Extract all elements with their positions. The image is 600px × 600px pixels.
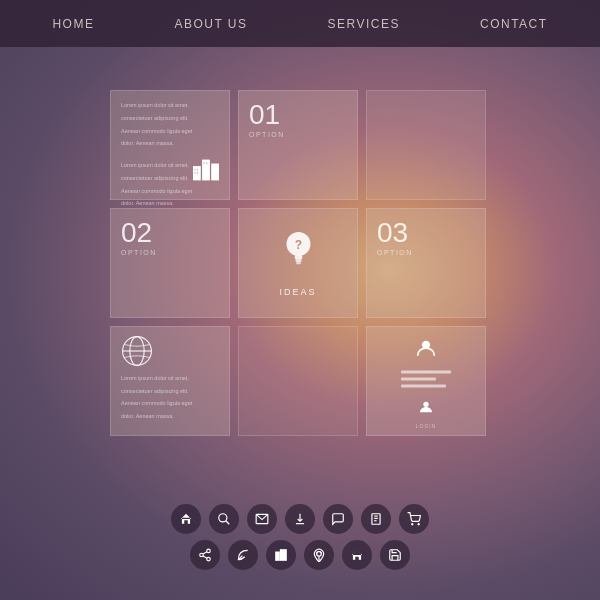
svg-text:?: ?	[294, 238, 301, 252]
grid-cell-1: Lorem ipsum dolor sit amet, consectetuer…	[110, 90, 230, 200]
svg-rect-6	[197, 172, 198, 174]
svg-rect-11	[294, 255, 302, 259]
grid-cell-login[interactable]: LOGIN	[366, 326, 486, 436]
nav-home[interactable]: HOME	[52, 17, 94, 31]
option-03-label: OPTION	[377, 249, 475, 256]
svg-point-31	[207, 557, 211, 561]
icon-download[interactable]	[285, 504, 315, 534]
svg-line-20	[226, 521, 230, 525]
icon-leaf[interactable]	[228, 540, 258, 570]
svg-point-27	[412, 524, 413, 525]
nav-contact[interactable]: CONTACT	[480, 17, 548, 31]
icon-clipboard[interactable]	[361, 504, 391, 534]
navigation: HOME ABOUT US SERVICES CONTACT	[0, 0, 600, 47]
svg-point-30	[200, 553, 204, 557]
icon-row-1	[171, 504, 429, 534]
login-lines	[401, 371, 451, 392]
grid-cell-option-01: 01 OPTION	[238, 90, 358, 200]
icon-house[interactable]	[342, 540, 372, 570]
svg-rect-12	[295, 259, 301, 262]
svg-rect-34	[275, 552, 280, 561]
icon-chat[interactable]	[323, 504, 353, 534]
svg-point-28	[418, 524, 419, 525]
svg-point-18	[423, 402, 428, 407]
svg-rect-0	[193, 166, 201, 180]
svg-line-33	[203, 552, 207, 554]
option-02-number: 02	[121, 219, 219, 247]
option-01-label: OPTION	[249, 131, 347, 138]
grid-cell-globe: Lorem ipsum dolor sit amet, consectetuer…	[110, 326, 230, 436]
bottom-icons	[0, 504, 600, 570]
icon-pin[interactable]	[304, 540, 334, 570]
icon-cart[interactable]	[399, 504, 429, 534]
option-01-number: 01	[249, 101, 347, 129]
globe-icon	[121, 335, 153, 374]
svg-line-32	[203, 556, 207, 558]
icon-search[interactable]	[209, 504, 239, 534]
svg-point-19	[219, 514, 227, 522]
background: HOME ABOUT US SERVICES CONTACT Lorem ips…	[0, 0, 600, 600]
icon-row-2	[190, 540, 410, 570]
svg-rect-5	[194, 172, 195, 174]
ideas-label: IDEAS	[279, 287, 316, 297]
option-02-label: OPTION	[121, 249, 219, 256]
option-03-number: 03	[377, 219, 475, 247]
svg-rect-8	[206, 162, 207, 164]
icon-save[interactable]	[380, 540, 410, 570]
grid-cell-option-03: 03 OPTION	[366, 208, 486, 318]
main-grid: Lorem ipsum dolor sit amet, consectetuer…	[110, 90, 490, 436]
svg-rect-7	[203, 162, 204, 164]
icon-share[interactable]	[190, 540, 220, 570]
user-icon-top	[416, 339, 436, 363]
icon-mail[interactable]	[247, 504, 277, 534]
nav-services[interactable]: SERVICES	[328, 17, 400, 31]
buildings-icon	[193, 157, 219, 189]
user-icon-bottom	[418, 399, 434, 419]
svg-rect-4	[197, 169, 198, 171]
nav-about[interactable]: ABOUT US	[174, 17, 247, 31]
grid-cell-3	[366, 90, 486, 200]
icon-building[interactable]	[266, 540, 296, 570]
grid-cell-8	[238, 326, 358, 436]
svg-rect-35	[280, 549, 287, 561]
svg-rect-13	[296, 262, 301, 264]
bulb-icon: ?	[276, 229, 321, 283]
svg-rect-3	[194, 169, 195, 171]
svg-rect-2	[211, 164, 219, 181]
grid-cell-ideas[interactable]: ? IDEAS	[238, 208, 358, 318]
cell-7-text: Lorem ipsum dolor sit amet, consectetuer…	[121, 374, 219, 425]
svg-point-29	[207, 549, 211, 553]
grid-cell-option-02: 02 OPTION	[110, 208, 230, 318]
icon-home[interactable]	[171, 504, 201, 534]
login-label: LOGIN	[416, 423, 437, 429]
